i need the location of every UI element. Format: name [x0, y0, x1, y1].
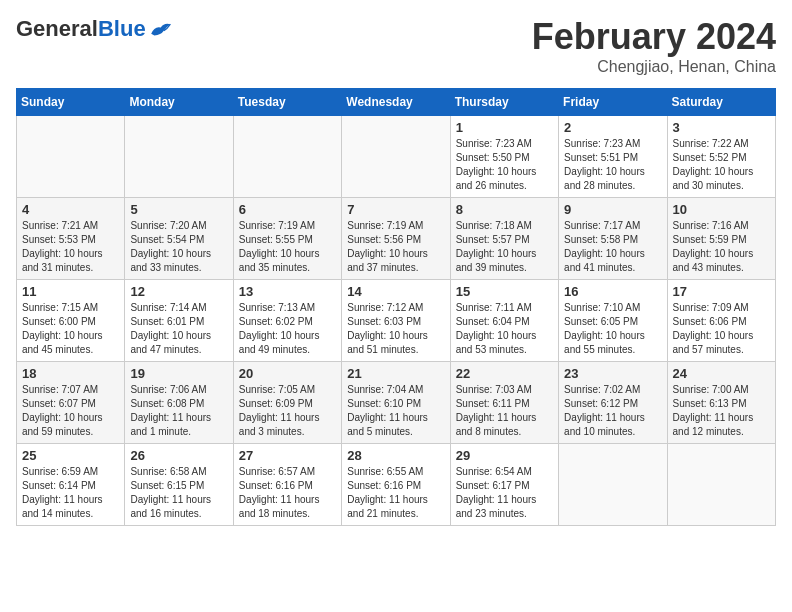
- calendar-cell: [233, 116, 341, 198]
- header-thursday: Thursday: [450, 89, 558, 116]
- calendar-cell: 8Sunrise: 7:18 AM Sunset: 5:57 PM Daylig…: [450, 198, 558, 280]
- day-number: 28: [347, 448, 444, 463]
- calendar-cell: 13Sunrise: 7:13 AM Sunset: 6:02 PM Dayli…: [233, 280, 341, 362]
- day-info: Sunrise: 7:16 AM Sunset: 5:59 PM Dayligh…: [673, 219, 770, 275]
- calendar-cell: 18Sunrise: 7:07 AM Sunset: 6:07 PM Dayli…: [17, 362, 125, 444]
- calendar-cell: 24Sunrise: 7:00 AM Sunset: 6:13 PM Dayli…: [667, 362, 775, 444]
- calendar-cell: 10Sunrise: 7:16 AM Sunset: 5:59 PM Dayli…: [667, 198, 775, 280]
- day-number: 6: [239, 202, 336, 217]
- location: Chengjiao, Henan, China: [532, 58, 776, 76]
- day-info: Sunrise: 7:21 AM Sunset: 5:53 PM Dayligh…: [22, 219, 119, 275]
- header-friday: Friday: [559, 89, 667, 116]
- month-title: February 2024: [532, 16, 776, 58]
- calendar-cell: [559, 444, 667, 526]
- logo-blue: Blue: [98, 16, 146, 42]
- calendar-cell: 21Sunrise: 7:04 AM Sunset: 6:10 PM Dayli…: [342, 362, 450, 444]
- day-info: Sunrise: 7:07 AM Sunset: 6:07 PM Dayligh…: [22, 383, 119, 439]
- calendar-cell: 12Sunrise: 7:14 AM Sunset: 6:01 PM Dayli…: [125, 280, 233, 362]
- day-number: 5: [130, 202, 227, 217]
- day-info: Sunrise: 7:11 AM Sunset: 6:04 PM Dayligh…: [456, 301, 553, 357]
- week-row-3: 18Sunrise: 7:07 AM Sunset: 6:07 PM Dayli…: [17, 362, 776, 444]
- day-number: 8: [456, 202, 553, 217]
- day-number: 1: [456, 120, 553, 135]
- day-number: 13: [239, 284, 336, 299]
- day-info: Sunrise: 7:23 AM Sunset: 5:50 PM Dayligh…: [456, 137, 553, 193]
- calendar-cell: 15Sunrise: 7:11 AM Sunset: 6:04 PM Dayli…: [450, 280, 558, 362]
- calendar-cell: 29Sunrise: 6:54 AM Sunset: 6:17 PM Dayli…: [450, 444, 558, 526]
- day-number: 16: [564, 284, 661, 299]
- day-info: Sunrise: 6:57 AM Sunset: 6:16 PM Dayligh…: [239, 465, 336, 521]
- header-monday: Monday: [125, 89, 233, 116]
- day-info: Sunrise: 6:59 AM Sunset: 6:14 PM Dayligh…: [22, 465, 119, 521]
- day-info: Sunrise: 7:23 AM Sunset: 5:51 PM Dayligh…: [564, 137, 661, 193]
- day-number: 21: [347, 366, 444, 381]
- calendar-cell: 23Sunrise: 7:02 AM Sunset: 6:12 PM Dayli…: [559, 362, 667, 444]
- day-info: Sunrise: 7:10 AM Sunset: 6:05 PM Dayligh…: [564, 301, 661, 357]
- calendar-cell: 9Sunrise: 7:17 AM Sunset: 5:58 PM Daylig…: [559, 198, 667, 280]
- day-info: Sunrise: 7:17 AM Sunset: 5:58 PM Dayligh…: [564, 219, 661, 275]
- day-number: 24: [673, 366, 770, 381]
- day-number: 25: [22, 448, 119, 463]
- header-wednesday: Wednesday: [342, 89, 450, 116]
- calendar-cell: 11Sunrise: 7:15 AM Sunset: 6:00 PM Dayli…: [17, 280, 125, 362]
- day-info: Sunrise: 7:15 AM Sunset: 6:00 PM Dayligh…: [22, 301, 119, 357]
- calendar-cell: 17Sunrise: 7:09 AM Sunset: 6:06 PM Dayli…: [667, 280, 775, 362]
- calendar-cell: 4Sunrise: 7:21 AM Sunset: 5:53 PM Daylig…: [17, 198, 125, 280]
- day-number: 11: [22, 284, 119, 299]
- calendar-cell: 6Sunrise: 7:19 AM Sunset: 5:55 PM Daylig…: [233, 198, 341, 280]
- day-info: Sunrise: 7:19 AM Sunset: 5:55 PM Dayligh…: [239, 219, 336, 275]
- calendar-cell: 25Sunrise: 6:59 AM Sunset: 6:14 PM Dayli…: [17, 444, 125, 526]
- day-number: 19: [130, 366, 227, 381]
- day-number: 17: [673, 284, 770, 299]
- calendar-cell: [17, 116, 125, 198]
- day-number: 14: [347, 284, 444, 299]
- week-row-4: 25Sunrise: 6:59 AM Sunset: 6:14 PM Dayli…: [17, 444, 776, 526]
- day-number: 26: [130, 448, 227, 463]
- day-info: Sunrise: 7:09 AM Sunset: 6:06 PM Dayligh…: [673, 301, 770, 357]
- week-row-2: 11Sunrise: 7:15 AM Sunset: 6:00 PM Dayli…: [17, 280, 776, 362]
- calendar-cell: 26Sunrise: 6:58 AM Sunset: 6:15 PM Dayli…: [125, 444, 233, 526]
- header-sunday: Sunday: [17, 89, 125, 116]
- day-number: 2: [564, 120, 661, 135]
- calendar-cell: 5Sunrise: 7:20 AM Sunset: 5:54 PM Daylig…: [125, 198, 233, 280]
- day-info: Sunrise: 7:22 AM Sunset: 5:52 PM Dayligh…: [673, 137, 770, 193]
- day-info: Sunrise: 7:02 AM Sunset: 6:12 PM Dayligh…: [564, 383, 661, 439]
- day-number: 27: [239, 448, 336, 463]
- day-number: 23: [564, 366, 661, 381]
- day-number: 12: [130, 284, 227, 299]
- day-number: 22: [456, 366, 553, 381]
- header-saturday: Saturday: [667, 89, 775, 116]
- day-info: Sunrise: 7:00 AM Sunset: 6:13 PM Dayligh…: [673, 383, 770, 439]
- calendar-cell: 7Sunrise: 7:19 AM Sunset: 5:56 PM Daylig…: [342, 198, 450, 280]
- title-block: February 2024 Chengjiao, Henan, China: [532, 16, 776, 76]
- calendar-cell: [667, 444, 775, 526]
- day-number: 3: [673, 120, 770, 135]
- day-number: 4: [22, 202, 119, 217]
- calendar-cell: 27Sunrise: 6:57 AM Sunset: 6:16 PM Dayli…: [233, 444, 341, 526]
- calendar-cell: 22Sunrise: 7:03 AM Sunset: 6:11 PM Dayli…: [450, 362, 558, 444]
- day-info: Sunrise: 7:14 AM Sunset: 6:01 PM Dayligh…: [130, 301, 227, 357]
- day-info: Sunrise: 7:04 AM Sunset: 6:10 PM Dayligh…: [347, 383, 444, 439]
- calendar-cell: 2Sunrise: 7:23 AM Sunset: 5:51 PM Daylig…: [559, 116, 667, 198]
- day-info: Sunrise: 6:58 AM Sunset: 6:15 PM Dayligh…: [130, 465, 227, 521]
- calendar-cell: 1Sunrise: 7:23 AM Sunset: 5:50 PM Daylig…: [450, 116, 558, 198]
- day-info: Sunrise: 6:54 AM Sunset: 6:17 PM Dayligh…: [456, 465, 553, 521]
- day-info: Sunrise: 7:06 AM Sunset: 6:08 PM Dayligh…: [130, 383, 227, 439]
- calendar-cell: [125, 116, 233, 198]
- header-tuesday: Tuesday: [233, 89, 341, 116]
- day-info: Sunrise: 7:19 AM Sunset: 5:56 PM Dayligh…: [347, 219, 444, 275]
- day-number: 18: [22, 366, 119, 381]
- day-number: 9: [564, 202, 661, 217]
- logo: GeneralBlue: [16, 16, 172, 42]
- day-info: Sunrise: 7:20 AM Sunset: 5:54 PM Dayligh…: [130, 219, 227, 275]
- calendar-cell: [342, 116, 450, 198]
- calendar-cell: 20Sunrise: 7:05 AM Sunset: 6:09 PM Dayli…: [233, 362, 341, 444]
- week-row-1: 4Sunrise: 7:21 AM Sunset: 5:53 PM Daylig…: [17, 198, 776, 280]
- calendar-cell: 19Sunrise: 7:06 AM Sunset: 6:08 PM Dayli…: [125, 362, 233, 444]
- calendar-table: SundayMondayTuesdayWednesdayThursdayFrid…: [16, 88, 776, 526]
- day-number: 10: [673, 202, 770, 217]
- day-info: Sunrise: 7:03 AM Sunset: 6:11 PM Dayligh…: [456, 383, 553, 439]
- day-number: 29: [456, 448, 553, 463]
- calendar-header: SundayMondayTuesdayWednesdayThursdayFrid…: [17, 89, 776, 116]
- day-info: Sunrise: 6:55 AM Sunset: 6:16 PM Dayligh…: [347, 465, 444, 521]
